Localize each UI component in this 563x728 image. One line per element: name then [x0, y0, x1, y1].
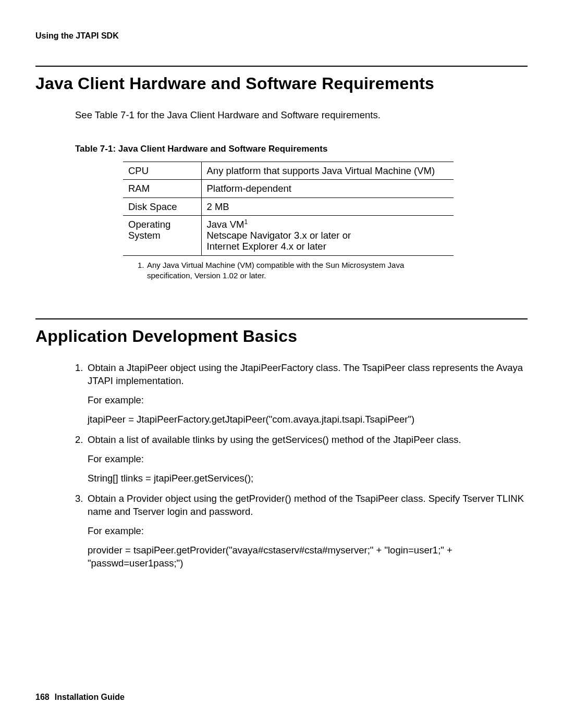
- table-cell-key: Disk Space: [123, 198, 201, 215]
- step-body: Obtain a list of available tlinks by usi…: [88, 434, 528, 447]
- running-head: Using the JTAPI SDK: [35, 31, 528, 41]
- table-cell-key: RAM: [123, 180, 201, 198]
- section-rule: [35, 318, 528, 319]
- page-number: 168: [35, 693, 50, 701]
- table-row: Operating System Java VM1 Netscape Navig…: [123, 215, 454, 255]
- step-number: 1.: [75, 362, 88, 426]
- table-cell-value: Java VM1 Netscape Navigator 3.x or later…: [201, 215, 454, 255]
- os-line2: Netscape Navigator 3.x or later or: [207, 230, 351, 241]
- section2-title: Application Development Basics: [35, 327, 528, 346]
- os-line1-prefix: Java VM: [207, 219, 244, 230]
- step-number: 2.: [75, 434, 88, 485]
- page-footer: 168Installation Guide: [35, 693, 125, 702]
- step-body: Obtain a JtapiPeer object using the Jtap…: [88, 362, 528, 388]
- section1-intro: See Table 7-1 for the Java Client Hardwa…: [75, 109, 528, 122]
- table-cell-value: 2 MB: [201, 198, 454, 215]
- table-cell-key: CPU: [123, 162, 201, 179]
- footnote-text-line2: specification, Version 1.02 or later.: [147, 270, 266, 281]
- step-number: 3.: [75, 492, 88, 570]
- table-row: Disk Space 2 MB: [123, 198, 454, 215]
- list-item: 1. Obtain a JtapiPeer object using the J…: [75, 362, 528, 426]
- table-footnote: 1.Any Java Virtual Machine (VM) compatib…: [138, 260, 450, 281]
- footnote-number: 1.: [138, 260, 147, 270]
- steps-list: 1. Obtain a JtapiPeer object using the J…: [75, 362, 528, 570]
- example-label: For example:: [88, 525, 528, 538]
- requirements-table: CPU Any platform that supports Java Virt…: [123, 162, 454, 256]
- doc-title: Installation Guide: [55, 693, 125, 701]
- list-item: 3. Obtain a Provider object using the ge…: [75, 492, 528, 570]
- section-rule: [35, 66, 528, 67]
- table-cell-key: Operating System: [123, 215, 201, 255]
- example-label: For example:: [88, 453, 528, 466]
- table-cell-value: Any platform that supports Java Virtual …: [201, 162, 454, 179]
- example-code: String[] tlinks = jtapiPeer.getServices(…: [88, 472, 528, 485]
- os-line1-sup: 1: [244, 218, 248, 226]
- os-line3: Internet Explorer 4.x or later: [207, 241, 326, 252]
- list-item: 2. Obtain a list of available tlinks by …: [75, 434, 528, 485]
- example-code: jtapiPeer = JtapiPeerFactory.getJtapiPee…: [88, 413, 528, 426]
- example-code: provider = tsapiPeer.getProvider("avaya#…: [88, 544, 528, 570]
- example-label: For example:: [88, 394, 528, 407]
- table-caption: Table 7-1: Java Client Hardware and Soft…: [75, 144, 528, 154]
- footnote-text-line1: Any Java Virtual Machine (VM) compatible…: [147, 261, 404, 269]
- table-row: RAM Platform-dependent: [123, 180, 454, 198]
- section1-title: Java Client Hardware and Software Requir…: [35, 74, 528, 93]
- table-cell-value: Platform-dependent: [201, 180, 454, 198]
- step-body: Obtain a Provider object using the getPr…: [88, 492, 528, 519]
- table-row: CPU Any platform that supports Java Virt…: [123, 162, 454, 179]
